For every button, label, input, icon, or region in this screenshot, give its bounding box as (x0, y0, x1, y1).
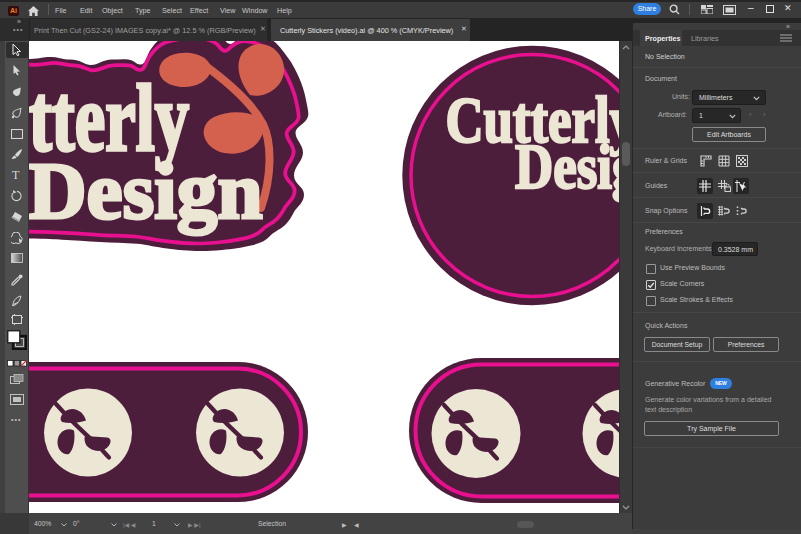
svg-text:Design: Design (515, 132, 619, 202)
svg-text:Design: Design (29, 147, 263, 235)
